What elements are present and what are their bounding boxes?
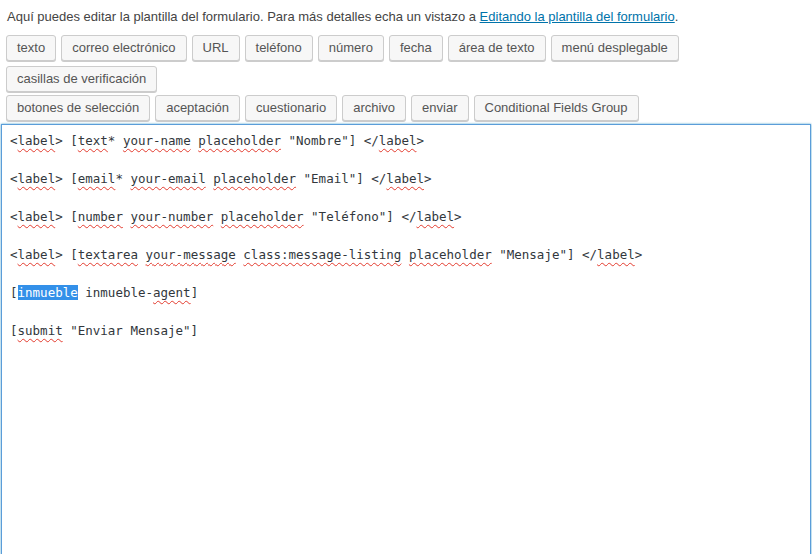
tag-button-telefono[interactable]: teléfono — [245, 35, 313, 61]
tag-button-conditional-fields-group[interactable]: Conditional Fields Group — [474, 95, 639, 121]
form-template-panel: Aquí puedes editar la plantilla del form… — [0, 8, 812, 554]
code-line: <label> [textarea your-message class:mes… — [10, 245, 802, 264]
misspelled-token: number — [78, 209, 123, 224]
misspelled-token: your-name — [123, 133, 191, 148]
misspelled-token: textarea — [78, 247, 138, 262]
form-template-editor[interactable]: <label> [text* your-name placeholder "No… — [1, 124, 811, 554]
misspelled-token: submit — [18, 323, 63, 338]
misspelled-token: label — [597, 247, 635, 262]
code-line: [submit "Enviar Mensaje"] — [10, 321, 802, 340]
tag-button-archivo[interactable]: archivo — [342, 95, 406, 121]
misspelled-token: class:message-listing — [243, 247, 401, 262]
editing-form-template-link[interactable]: Editando la plantilla del formulario — [480, 9, 675, 24]
tag-button-fecha[interactable]: fecha — [389, 35, 443, 61]
tag-button-texto[interactable]: texto — [6, 35, 56, 61]
tag-generator-toolbar: textocorreo electrónicoURLteléfononúmero… — [6, 35, 812, 121]
form-editor-hint-text: Aquí puedes editar la plantilla del form… — [7, 9, 480, 24]
code-line: [inmueble inmueble-agent] — [10, 283, 802, 302]
tag-button-area-de-texto[interactable]: área de texto — [448, 35, 546, 61]
tag-generator-row-1: textocorreo electrónicoURLteléfononúmero… — [6, 35, 812, 92]
tag-button-menu-desplegable[interactable]: menú desplegable — [551, 35, 679, 61]
misspelled-token: label — [416, 209, 454, 224]
misspelled-token: placeholder — [409, 247, 492, 262]
code-line — [10, 264, 802, 283]
tag-button-url[interactable]: URL — [192, 35, 240, 61]
code-line — [10, 226, 802, 245]
misspelled-token: text — [78, 133, 108, 148]
tag-button-aceptacion[interactable]: aceptación — [155, 95, 240, 121]
misspelled-token: your-email — [130, 171, 205, 186]
tag-button-casillas-de-verificacion[interactable]: casillas de verificación — [6, 66, 157, 92]
form-editor-hint-suffix: . — [675, 9, 679, 24]
misspelled-token: your-number — [130, 209, 213, 224]
misspelled-token: placeholder — [213, 171, 296, 186]
misspelled-token: label — [379, 133, 417, 148]
misspelled-token: placeholder — [198, 133, 281, 148]
misspelled-token: label — [18, 133, 56, 148]
tag-button-cuestionario[interactable]: cuestionario — [245, 95, 337, 121]
tag-button-numero[interactable]: número — [318, 35, 384, 61]
code-line — [10, 150, 802, 169]
tag-button-botones-de-seleccion[interactable]: botones de selección — [6, 95, 150, 121]
misspelled-token: placeholder — [221, 209, 304, 224]
misspelled-token: label — [18, 171, 56, 186]
form-template-code: <label> [text* your-name placeholder "No… — [10, 131, 802, 340]
code-line — [10, 302, 802, 321]
misspelled-token: email — [78, 171, 116, 186]
misspelled-token: label — [18, 247, 56, 262]
tag-button-enviar[interactable]: enviar — [411, 95, 468, 121]
misspelled-token: agent — [153, 285, 191, 300]
code-line: <label> [email* your-email placeholder "… — [10, 169, 802, 188]
tag-button-correo-electronico[interactable]: correo electrónico — [61, 35, 186, 61]
code-line: <label> [text* your-name placeholder "No… — [10, 131, 802, 150]
selected-token: inmueble — [18, 285, 78, 300]
tag-generator-row-2: botones de selecciónaceptacióncuestionar… — [6, 95, 812, 121]
code-line — [10, 188, 802, 207]
form-editor-hint: Aquí puedes editar la plantilla del form… — [7, 8, 808, 26]
misspelled-token: label — [386, 171, 424, 186]
code-line: <label> [number your-number placeholder … — [10, 207, 802, 226]
misspelled-token: your-message — [146, 247, 236, 262]
misspelled-token: label — [18, 209, 56, 224]
